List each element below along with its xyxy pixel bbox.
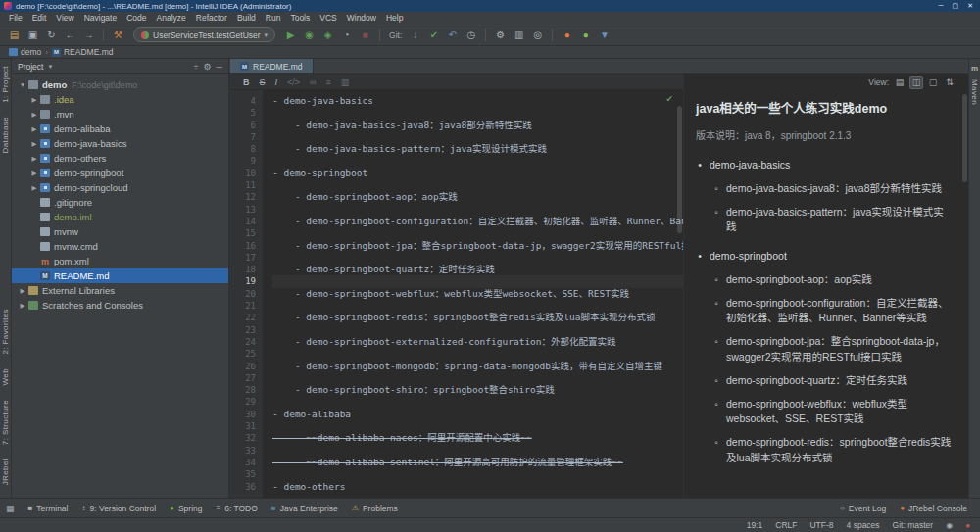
status-19-1[interactable]: 19:1: [747, 520, 763, 530]
toolwindow-button-database[interactable]: Database: [1, 117, 10, 153]
code-span-icon[interactable]: </>: [287, 77, 300, 87]
status-git-master[interactable]: Git: master: [893, 520, 934, 530]
tree-row-idea[interactable]: ▶.idea: [12, 92, 228, 107]
toolwindow-button-problems[interactable]: ⚠Problems: [345, 499, 405, 517]
menu-run[interactable]: Run: [261, 13, 286, 23]
link-icon[interactable]: ∞: [310, 77, 316, 87]
tree-row-demo-alibaba[interactable]: ▶demo-alibaba: [12, 121, 228, 136]
layout-icon[interactable]: ▥: [341, 77, 350, 87]
editor-scrollbar[interactable]: [677, 106, 682, 233]
toolwindow-button-1-project[interactable]: 1: Project: [1, 66, 10, 103]
maven-reimport-icon[interactable]: ▼: [596, 26, 612, 44]
expand-arrow-icon[interactable]: ▶: [18, 287, 27, 295]
menu-tools[interactable]: Tools: [285, 13, 315, 23]
view-preview-only-icon[interactable]: ▢: [926, 76, 940, 89]
toolwindow-button-terminal[interactable]: ■Terminal: [22, 499, 75, 517]
settings-icon[interactable]: ⚙: [492, 26, 509, 44]
toolwindow-button-web[interactable]: Web: [1, 368, 10, 386]
menu-code[interactable]: Code: [122, 13, 151, 23]
status-4-spaces[interactable]: 4 spaces: [847, 520, 880, 530]
minimize-button[interactable]: ─: [939, 2, 944, 10]
menu-vcs[interactable]: VCS: [315, 13, 341, 23]
profiler-icon[interactable]: ◔: [338, 26, 355, 44]
expand-arrow-icon[interactable]: ▶: [18, 302, 27, 310]
markdown-preview-content[interactable]: java相关的一些个人练习实践demo 版本说明：java 8，springbo…: [684, 90, 968, 498]
search-icon[interactable]: ◎: [529, 26, 546, 44]
toolwindow-button-6-todo[interactable]: ≡6: TODO: [209, 499, 264, 517]
toolwindow-button-event-log[interactable]: ○Event Log: [833, 499, 893, 517]
menu-file[interactable]: File: [4, 13, 27, 23]
project-structure-icon[interactable]: ▥: [511, 26, 527, 44]
coverage-icon[interactable]: ◈: [319, 26, 336, 44]
line-number-gutter[interactable]: 4567891011121314151617181920212223242526…: [229, 90, 263, 498]
status-utf-8[interactable]: UTF-8: [809, 520, 833, 530]
list-icon[interactable]: ≡: [325, 77, 330, 87]
expand-arrow-icon[interactable]: ▶: [29, 140, 39, 148]
bold-icon[interactable]: B: [243, 77, 250, 87]
toolwindow-button-maven[interactable]: Maven: [970, 79, 979, 105]
close-button[interactable]: ✕: [967, 2, 973, 10]
tree-row-scratches-and-consoles[interactable]: ▶Scratches and Consoles: [12, 298, 228, 313]
menu-build[interactable]: Build: [232, 13, 261, 23]
hector-inspection-icon[interactable]: ◉: [946, 521, 953, 530]
toolwindow-button-2-favorites[interactable]: 2: Favorites: [1, 309, 10, 355]
jrebel-icon[interactable]: ●: [559, 26, 575, 44]
hide-panel-icon[interactable]: ─: [217, 62, 222, 72]
code-editor[interactable]: - demo-java-basics - demo-java-basics-ja…: [263, 90, 683, 498]
xrebel-icon[interactable]: ●: [577, 26, 594, 44]
menu-help[interactable]: Help: [381, 13, 408, 23]
expand-arrow-icon[interactable]: ▶: [29, 111, 39, 119]
back-icon[interactable]: ←: [62, 26, 78, 44]
tree-row-demo-others[interactable]: ▶demo-others: [12, 151, 228, 166]
expand-arrow-icon[interactable]: ▶: [29, 125, 39, 133]
breadcrumb-item-readme[interactable]: README.md: [52, 47, 114, 57]
status-crlf[interactable]: CRLF: [775, 520, 797, 530]
open-project-icon[interactable]: ▤: [6, 26, 23, 44]
build-icon[interactable]: ⚒: [110, 26, 126, 44]
expand-arrow-icon[interactable]: ▶: [29, 169, 39, 177]
project-panel-title[interactable]: Project: [18, 62, 43, 72]
menu-window[interactable]: Window: [342, 13, 381, 23]
expand-arrow-icon[interactable]: ▼: [18, 81, 27, 88]
project-tree[interactable]: ▼demoF:\code\git\demo▶.idea▶.mvn▶demo-al…: [12, 74, 228, 498]
vcs-rollback-icon[interactable]: ↶: [444, 26, 461, 44]
tree-row-mvnw[interactable]: mvnw: [12, 224, 228, 239]
tree-row-demo[interactable]: ▼demoF:\code\git\demo: [12, 77, 228, 92]
menu-analyze[interactable]: Analyze: [152, 13, 191, 23]
view-auto-scroll-icon[interactable]: ⇅: [943, 76, 956, 89]
menu-view[interactable]: View: [51, 13, 78, 23]
tree-row-external-libraries[interactable]: ▶External Libraries: [12, 283, 228, 298]
debug-icon[interactable]: ◉: [301, 26, 318, 44]
tree-row-demo-springboot[interactable]: ▶demo-springboot: [12, 166, 228, 180]
notifications-icon[interactable]: ●: [965, 521, 970, 530]
tree-row-demo-iml[interactable]: demo.iml: [12, 210, 228, 224]
toolwindow-button-7-structure[interactable]: 7: Structure: [1, 400, 10, 445]
strikethrough-icon[interactable]: S: [260, 77, 266, 87]
vcs-commit-icon[interactable]: ✔: [425, 26, 442, 44]
editor-tab-readme[interactable]: README.md: [230, 59, 314, 73]
gear-icon[interactable]: ⚙: [204, 62, 212, 72]
sort-options-icon[interactable]: ÷: [194, 62, 199, 72]
toolwindow-button-jrebel-console[interactable]: ●JRebel Console: [893, 499, 974, 517]
run-configuration-select[interactable]: UserServiceTest.testGetUser▾: [133, 27, 275, 42]
preview-scrollbar[interactable]: [962, 94, 967, 182]
run-icon[interactable]: ▶: [282, 26, 299, 44]
tree-row-mvn[interactable]: ▶.mvn: [12, 107, 228, 121]
vcs-history-icon[interactable]: ◷: [463, 26, 479, 44]
tree-row-demo-java-basics[interactable]: ▶demo-java-basics: [12, 136, 228, 151]
menu-edit[interactable]: Edit: [27, 13, 52, 23]
tree-row-readme-md[interactable]: MREADME.md: [12, 268, 228, 283]
view-editor-and-preview-icon[interactable]: ◫: [909, 76, 923, 89]
tree-row-gitignore[interactable]: .gitignore: [12, 195, 228, 210]
synchronize-icon[interactable]: ↻: [43, 26, 60, 44]
stop-icon[interactable]: ■: [357, 26, 373, 44]
tree-row-demo-springcloud[interactable]: ▶demo-springcloud: [12, 180, 228, 195]
expand-arrow-icon[interactable]: ▶: [29, 184, 39, 192]
view-editor-only-icon[interactable]: ▤: [893, 76, 906, 89]
menu-refactor[interactable]: Refactor: [191, 13, 232, 23]
expand-arrow-icon[interactable]: ▶: [29, 96, 39, 104]
tree-row-mvnw-cmd[interactable]: mvnw.cmd: [12, 239, 228, 254]
save-all-icon[interactable]: ▣: [24, 26, 41, 44]
toolwindow-button-9-version-control[interactable]: ↕9: Version Control: [74, 499, 163, 517]
expand-arrow-icon[interactable]: ▶: [29, 155, 39, 163]
